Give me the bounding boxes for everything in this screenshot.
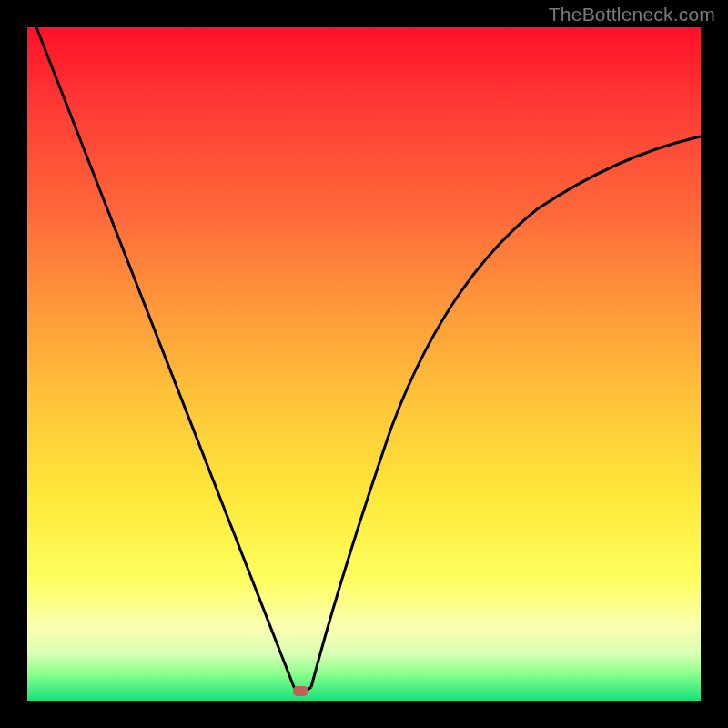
- minimum-marker: [293, 686, 308, 696]
- plot-area: [27, 27, 701, 701]
- watermark-text: TheBottleneck.com: [549, 4, 715, 25]
- bottleneck-curve: [27, 27, 701, 701]
- chart-frame: TheBottleneck.com: [0, 0, 728, 728]
- curve-left-branch: [36, 27, 294, 687]
- curve-right-branch: [311, 136, 701, 687]
